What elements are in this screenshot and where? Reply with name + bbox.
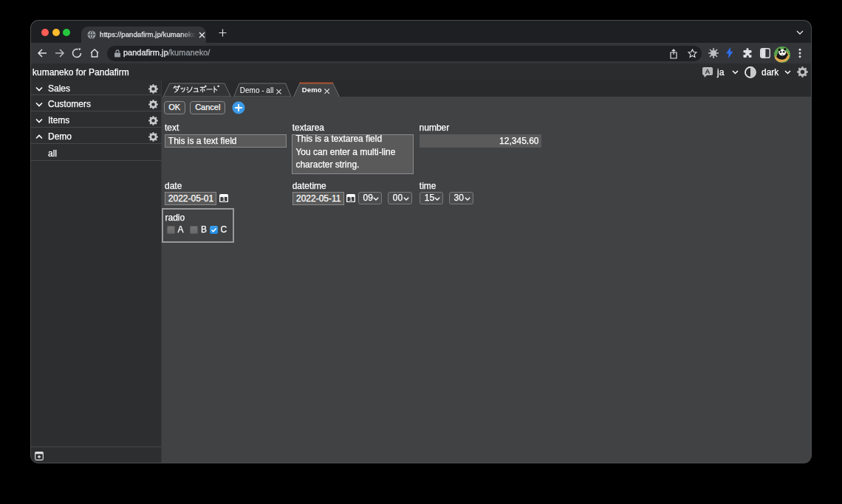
svg-text:1: 1 [222, 196, 225, 202]
svg-text:Demo: Demo [302, 86, 322, 94]
svg-text:1: 1 [349, 196, 352, 202]
svg-text:Demo - all: Demo - all [240, 86, 274, 94]
svg-text:A: A [705, 67, 711, 75]
